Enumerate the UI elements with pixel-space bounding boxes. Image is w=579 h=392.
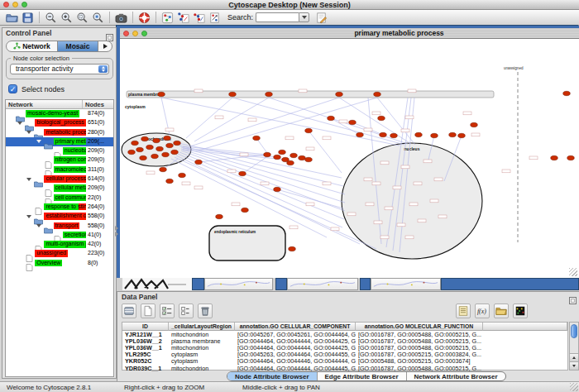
tree-row[interactable]: unassigned223(0) xyxy=(6,249,113,258)
network-node[interactable] xyxy=(431,133,438,137)
zoom-out-icon[interactable] xyxy=(43,11,59,25)
table-cell[interactable]: [GO:0016787, GO:0005488, GO:0005215, G..… xyxy=(356,338,483,345)
network-node[interactable] xyxy=(458,133,466,137)
network-node[interactable] xyxy=(156,146,164,151)
background-window-frame[interactable] xyxy=(360,278,371,290)
network-node[interactable] xyxy=(164,136,171,140)
zoom-selected-icon[interactable] xyxy=(90,11,106,25)
network-node[interactable] xyxy=(563,91,571,95)
table-cell[interactable]: [GO:0016787, GO:0005488, GO:0005215, G..… xyxy=(356,332,483,338)
attribute-table-icon[interactable] xyxy=(122,304,136,318)
expander-icon[interactable] xyxy=(26,215,31,218)
network-node[interactable] xyxy=(166,179,174,183)
table-cell[interactable]: mitochondrion xyxy=(169,345,235,351)
table-cell[interactable]: mitochondrion xyxy=(169,366,235,372)
tree-row[interactable]: nitrogen compo209(0) xyxy=(6,155,113,165)
network-node[interactable] xyxy=(179,173,186,177)
tree-row[interactable]: cellular process614(0) xyxy=(6,174,113,184)
import-attributes-icon[interactable] xyxy=(494,304,509,318)
background-window-frame[interactable] xyxy=(192,278,204,290)
expander-icon[interactable] xyxy=(26,131,31,134)
panel-divider-buttons[interactable] xyxy=(115,225,119,237)
tree-row[interactable]: cell communicat22(0) xyxy=(6,194,113,203)
network-node[interactable] xyxy=(274,187,281,191)
network-node[interactable] xyxy=(299,155,306,160)
search-input[interactable] xyxy=(256,12,299,22)
network-node[interactable] xyxy=(174,141,181,145)
help-icon[interactable] xyxy=(136,11,152,25)
network-node[interactable] xyxy=(229,92,237,96)
app-resize-grip[interactable] xyxy=(570,383,578,391)
table-scrollbar[interactable] xyxy=(569,322,579,370)
network-node[interactable] xyxy=(289,246,296,251)
network-node[interactable] xyxy=(274,155,281,159)
tab-edge-attribute-browser[interactable]: Edge Attribute Browser xyxy=(317,372,406,380)
window-resize-grip[interactable] xyxy=(569,268,577,276)
window-titlebar[interactable]: Cytoscape Desktop (New Session) xyxy=(0,0,579,10)
tab-network-attribute-browser[interactable]: Network Attribute Browser xyxy=(406,372,505,380)
network-node[interactable] xyxy=(349,120,356,124)
tree-header-nodes[interactable]: Nodes xyxy=(83,100,113,108)
scroll-up-button[interactable] xyxy=(570,353,578,361)
expander-icon[interactable] xyxy=(36,140,41,143)
delete-attribute-icon[interactable] xyxy=(198,304,213,318)
search-dropdown-button[interactable] xyxy=(299,12,309,22)
tree-row[interactable]: multi-organism pro42(0) xyxy=(6,240,113,249)
network-node[interactable] xyxy=(287,160,294,165)
combo-stepper-icon[interactable] xyxy=(98,65,108,73)
network-node[interactable] xyxy=(264,152,271,156)
column-header[interactable]: ID xyxy=(122,323,169,331)
table-cell[interactable]: [GO:0044464, GO:0044446, GO:0044444, G..… xyxy=(235,358,356,365)
scrollbar-thumb[interactable] xyxy=(571,324,577,338)
tree-row[interactable]: establishment of lo558(0) xyxy=(6,212,113,221)
tree-row[interactable]: response to stimul264(0) xyxy=(6,203,113,212)
network-node[interactable] xyxy=(471,122,478,127)
column-header[interactable]: _cellularLayoutRegion xyxy=(169,323,235,331)
tree-row[interactable]: nucleobase-209(0) xyxy=(6,146,113,155)
zoom-in-icon[interactable] xyxy=(59,11,74,25)
background-window-frame[interactable] xyxy=(275,278,287,290)
network-node[interactable] xyxy=(279,150,286,154)
tree-row[interactable]: primary metabo209(... xyxy=(6,137,113,146)
attribute-matrix-icon[interactable] xyxy=(513,304,528,318)
network-node[interactable] xyxy=(305,128,313,132)
network-node[interactable] xyxy=(449,132,457,136)
network-node[interactable] xyxy=(141,136,149,141)
expander-icon[interactable] xyxy=(17,122,22,125)
tree-row[interactable]: biological_process651(0) xyxy=(6,118,113,127)
background-window-thumb[interactable] xyxy=(371,278,441,290)
tree-row[interactable]: Overview8(0) xyxy=(6,259,113,268)
network-node[interactable] xyxy=(158,92,165,96)
network-node[interactable] xyxy=(253,136,261,140)
tree-row[interactable]: metabolic process280(0) xyxy=(6,128,113,137)
network-node[interactable] xyxy=(305,157,313,161)
network-node[interactable] xyxy=(336,92,343,96)
network-node[interactable] xyxy=(328,116,335,120)
network-node[interactable] xyxy=(356,132,364,136)
network-node[interactable] xyxy=(146,145,154,149)
network-node[interactable] xyxy=(128,150,136,154)
tree-row[interactable]: mosaic-demo-yeast874(0) xyxy=(6,109,113,118)
network-node[interactable] xyxy=(151,154,159,158)
tab-overflow-button[interactable] xyxy=(98,41,112,51)
column-header[interactable]: annotation.GO MOLECULAR_FUNCTION xyxy=(356,323,483,331)
layout-b-icon[interactable] xyxy=(191,11,207,25)
table-cell[interactable]: [GO:0005488, GO:0005215, GO:0003674] xyxy=(356,358,483,365)
background-window-sketch[interactable] xyxy=(122,278,192,290)
attribute-list-icon[interactable] xyxy=(456,304,471,318)
network-node[interactable] xyxy=(551,155,558,160)
scroll-down-button[interactable] xyxy=(570,361,578,370)
table-cell[interactable]: [GO:0045267, GO:0045261, GO:0044464, G..… xyxy=(235,332,356,338)
network-node[interactable] xyxy=(160,167,167,171)
table-cell[interactable]: YPL036W__1 xyxy=(122,345,169,351)
expander-icon[interactable] xyxy=(26,178,31,181)
zoom-fit-icon[interactable] xyxy=(74,11,90,25)
tree-header-network[interactable]: Network xyxy=(6,100,83,108)
layout-a-icon[interactable] xyxy=(175,11,191,25)
configure-search-icon[interactable] xyxy=(313,11,329,25)
network-node[interactable] xyxy=(136,147,144,151)
snapshot-icon[interactable] xyxy=(113,11,129,25)
tab-node-attribute-browser[interactable]: Node Attribute Browser xyxy=(227,372,317,380)
network-node[interactable] xyxy=(390,133,398,137)
tree-header[interactable]: Network Nodes xyxy=(6,100,113,109)
